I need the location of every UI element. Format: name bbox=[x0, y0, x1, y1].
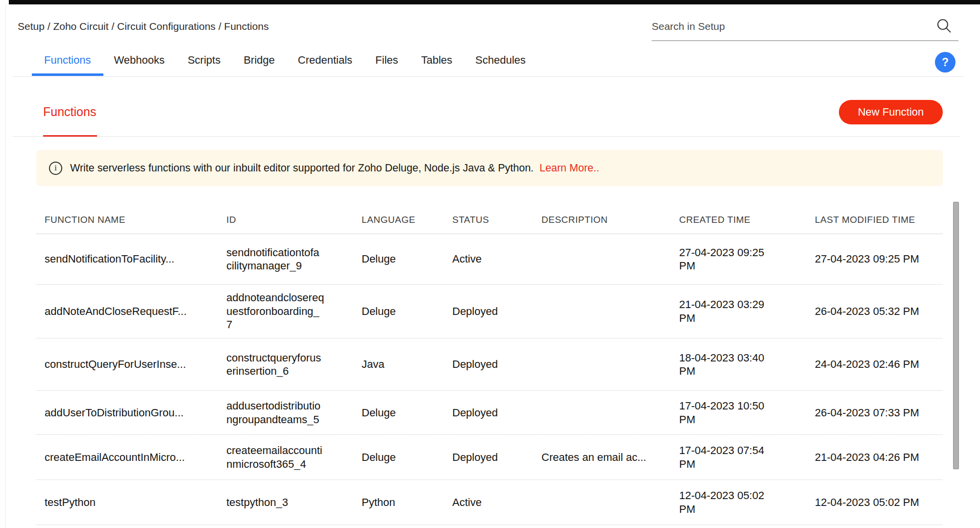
function-name-cell: createEmailAccountInMicro... bbox=[45, 451, 226, 464]
info-banner: i Write serverless functions with our in… bbox=[36, 150, 943, 186]
column-header-created-time: CREATED TIME bbox=[679, 215, 815, 225]
function-name-cell: sendNotificationToFacility... bbox=[45, 252, 226, 266]
function-id-cell: addusertodistributio ngroupandteams_5 bbox=[226, 399, 362, 426]
function-name-cell: addUserToDistributionGrou... bbox=[45, 406, 226, 420]
learn-more-link[interactable]: Learn More.. bbox=[539, 162, 599, 174]
language-cell: Deluge bbox=[362, 305, 452, 318]
language-cell: Python bbox=[362, 496, 452, 509]
created-time-cell: 18-04-2023 03:40 PM bbox=[679, 351, 815, 378]
table-row[interactable]: sendNotificationToFacility... sendnotifi… bbox=[36, 234, 943, 285]
status-cell: Deployed bbox=[452, 406, 541, 420]
tab-webhooks[interactable]: Webhooks bbox=[114, 54, 165, 67]
setup-tabs: Functions Webhooks Scripts Bridge Creden… bbox=[44, 54, 526, 67]
created-time-cell: 21-04-2023 03:29 PM bbox=[679, 298, 815, 325]
table-row[interactable]: testPython testpython_3 Python Active 12… bbox=[36, 480, 943, 525]
status-cell: Deployed bbox=[452, 451, 541, 464]
column-header-language: LANGUAGE bbox=[362, 215, 452, 225]
table-row[interactable]: constructQueryForUserInse... constructqu… bbox=[36, 338, 943, 391]
function-name-cell: constructQueryForUserInse... bbox=[45, 358, 226, 371]
created-time-cell: 12-04-2023 05:02 PM bbox=[679, 489, 815, 516]
functions-table: FUNCTION NAME ID LANGUAGE STATUS DESCRIP… bbox=[36, 206, 943, 525]
tab-scripts[interactable]: Scripts bbox=[188, 54, 220, 67]
table-header-row: FUNCTION NAME ID LANGUAGE STATUS DESCRIP… bbox=[36, 206, 943, 234]
modified-time-cell: 26-04-2023 07:33 PM bbox=[815, 406, 934, 420]
tab-schedules[interactable]: Schedules bbox=[475, 54, 526, 67]
created-time-cell: 17-04-2023 10:50 PM bbox=[679, 399, 815, 426]
column-header-description: DESCRIPTION bbox=[541, 215, 679, 225]
column-header-last-modified-time: LAST MODIFIED TIME bbox=[815, 215, 934, 225]
setup-search-field[interactable] bbox=[652, 17, 958, 41]
tab-credentials[interactable]: Credentials bbox=[298, 54, 352, 67]
language-cell: Deluge bbox=[362, 252, 452, 266]
help-icon[interactable]: ? bbox=[935, 52, 956, 72]
description-cell: Creates an email ac... bbox=[541, 451, 679, 464]
function-id-cell: testpython_3 bbox=[226, 496, 362, 509]
modified-time-cell: 24-04-2023 02:46 PM bbox=[815, 358, 934, 371]
title-red-underline bbox=[43, 135, 97, 137]
new-function-button[interactable]: New Function bbox=[839, 100, 943, 124]
status-cell: Active bbox=[452, 496, 541, 509]
active-tab-indicator bbox=[32, 73, 103, 76]
page-title: Functions bbox=[43, 105, 96, 119]
language-cell: Deluge bbox=[362, 451, 452, 464]
search-input[interactable] bbox=[652, 17, 931, 36]
info-icon: i bbox=[49, 162, 62, 175]
banner-text: Write serverless functions with our inbu… bbox=[70, 162, 534, 174]
status-cell: Active bbox=[452, 252, 541, 266]
function-id-cell: addnoteandclosereq uestforonboarding_ 7 bbox=[226, 291, 362, 332]
table-row[interactable]: addUserToDistributionGrou... addusertodi… bbox=[36, 391, 943, 435]
breadcrumb[interactable]: Setup / Zoho Circuit / Circuit Configura… bbox=[18, 21, 269, 32]
function-id-cell: constructqueryforus erinsertion_6 bbox=[226, 351, 362, 378]
created-time-cell: 17-04-2023 07:54 PM bbox=[679, 444, 815, 471]
browser-top-bar bbox=[9, 0, 980, 4]
table-row[interactable]: addNoteAndCloseRequestF... addnoteandclo… bbox=[36, 285, 943, 338]
language-cell: Java bbox=[362, 358, 452, 371]
modified-time-cell: 21-04-2023 04:26 PM bbox=[815, 451, 934, 464]
table-row[interactable]: createEmailAccountInMicro... createemail… bbox=[36, 435, 943, 480]
search-icon[interactable] bbox=[936, 18, 953, 34]
language-cell: Deluge bbox=[362, 406, 452, 420]
function-name-cell: addNoteAndCloseRequestF... bbox=[45, 305, 226, 318]
left-gutter-divider bbox=[5, 4, 6, 528]
tab-bridge[interactable]: Bridge bbox=[244, 54, 275, 67]
status-cell: Deployed bbox=[452, 305, 541, 318]
tab-files[interactable]: Files bbox=[375, 54, 398, 67]
modified-time-cell: 27-04-2023 09:25 PM bbox=[815, 252, 934, 266]
tab-functions[interactable]: Functions bbox=[44, 54, 91, 67]
function-name-cell: testPython bbox=[45, 496, 226, 509]
column-header-id: ID bbox=[226, 215, 362, 225]
vertical-scrollbar-thumb[interactable] bbox=[953, 202, 959, 469]
function-id-cell: createemailaccounti nmicrosoft365_4 bbox=[226, 444, 362, 471]
status-cell: Deployed bbox=[452, 358, 541, 371]
created-time-cell: 27-04-2023 09:25 PM bbox=[679, 246, 815, 273]
tabs-divider bbox=[13, 76, 963, 77]
column-header-function-name: FUNCTION NAME bbox=[45, 215, 226, 225]
title-divider bbox=[13, 136, 960, 137]
modified-time-cell: 26-04-2023 05:32 PM bbox=[815, 305, 934, 318]
modified-time-cell: 12-04-2023 05:02 PM bbox=[815, 496, 934, 509]
function-id-cell: sendnotificationtofa cilitymanager_9 bbox=[226, 246, 362, 273]
column-header-status: STATUS bbox=[452, 215, 541, 225]
tab-tables[interactable]: Tables bbox=[421, 54, 453, 67]
